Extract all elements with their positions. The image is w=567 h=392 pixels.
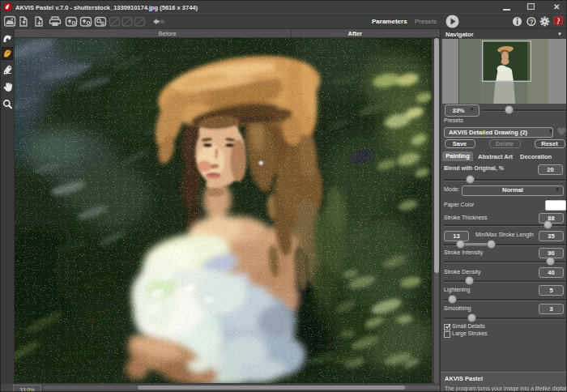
svg-text:?: ? xyxy=(529,17,533,25)
